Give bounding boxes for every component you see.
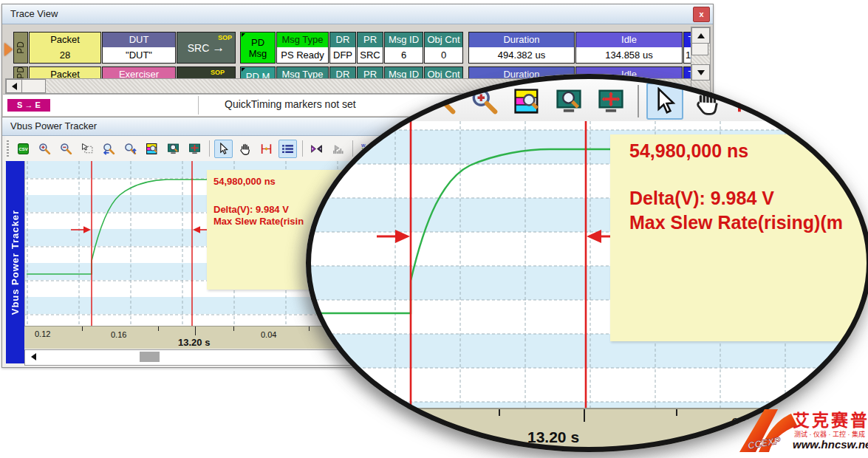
source-exerciser-badge[interactable]: S → E xyxy=(7,99,50,112)
lane-label: PD xyxy=(16,41,26,54)
zoom-in-button[interactable] xyxy=(35,140,54,158)
down-arrow-icon xyxy=(697,70,705,75)
zoom-window-button[interactable] xyxy=(78,140,97,158)
magnifier-lens: 54,980,000 ns Delta(V): 9.984 V Max Slew… xyxy=(306,74,868,452)
color-settings-button[interactable] xyxy=(143,140,161,158)
vbus-waveform-trace xyxy=(27,180,213,274)
left-arrow-icon xyxy=(31,353,36,360)
idle-header: Idle xyxy=(576,33,682,47)
pan-tool-button[interactable] xyxy=(236,140,254,158)
sop-role-cell[interactable]: SOP SNK xyxy=(177,66,236,79)
vendor-url[interactable]: www.hncsw.net xyxy=(793,438,868,451)
fit-screen-button[interactable] xyxy=(185,140,204,158)
scroll-left-button[interactable] xyxy=(27,351,40,363)
left-cursor-arrow-icon xyxy=(83,226,91,233)
select-tool-button[interactable] xyxy=(214,140,233,158)
toolbar-separator xyxy=(638,85,639,117)
zoom-vertical-button[interactable] xyxy=(121,140,140,158)
idle-column[interactable]: Idle134.858 us xyxy=(575,32,683,64)
vbus-sidebar[interactable]: Vbus Power Tracker xyxy=(6,161,24,363)
magnified-measurement-annotation: 54,980,000 ns Delta(V): 9.984 V Max Slew… xyxy=(610,134,868,341)
histogram-button[interactable] xyxy=(329,140,347,158)
msg-type-column[interactable]: Msg TypePS Ready xyxy=(276,32,329,64)
msg-id-header: Msg ID xyxy=(385,33,423,47)
device-column[interactable]: DUT"DUT" xyxy=(102,32,176,64)
scroll-thumb[interactable] xyxy=(21,79,46,93)
zoom-out-button[interactable] xyxy=(57,140,75,158)
duration-header: Duration xyxy=(469,33,574,47)
collapse-markers-button[interactable] xyxy=(307,140,326,158)
main-tick xyxy=(195,327,196,335)
right-cursor-arrow-icon xyxy=(193,226,200,233)
slew-rate-value: Max Slew Rate(risin xyxy=(213,216,304,227)
pd-msg-cell[interactable]: PD Msg xyxy=(240,32,276,64)
close-button[interactable]: x xyxy=(693,7,710,22)
packet-header: Packet xyxy=(30,33,100,47)
x-main-label: 13.20 s xyxy=(178,337,210,348)
up-arrow-icon xyxy=(697,33,705,38)
dr-column[interactable]: DRDFP xyxy=(329,32,356,64)
list-view-button[interactable] xyxy=(773,83,810,120)
trace-vertical-scrollbar[interactable] xyxy=(691,27,711,95)
pd-msg-cell[interactable]: PD M xyxy=(240,66,276,79)
select-tool-button[interactable] xyxy=(646,83,683,120)
msg-type-header: Msg Type xyxy=(277,33,328,47)
divider xyxy=(198,96,199,115)
scroll-left-button[interactable] xyxy=(6,79,22,93)
msg-type-value: PS Ready xyxy=(277,47,328,63)
sop-role-cell[interactable]: SOP SRC → xyxy=(177,32,236,64)
dr-column[interactable]: DR xyxy=(329,66,356,79)
duration-value: 494.382 us xyxy=(469,47,574,63)
screenshot-canvas: Trace View x PD Packet28 DUT"DUT" SOP SR… xyxy=(0,0,868,458)
scroll-thumb[interactable] xyxy=(691,43,708,55)
right-cursor-arrow-icon xyxy=(587,230,601,243)
color-settings-button[interactable] xyxy=(508,83,545,120)
device-header: DUT xyxy=(103,33,175,47)
device-value: "DUT" xyxy=(103,47,175,63)
trace-view-titlebar[interactable]: Trace View x xyxy=(2,4,713,24)
toolbar-separator xyxy=(818,85,819,117)
toolbar-grip[interactable] xyxy=(7,140,9,157)
duration-column[interactable]: Duration494.382 us xyxy=(468,32,575,64)
msg-type-column[interactable]: Msg Type xyxy=(276,66,329,79)
role-label: SRC xyxy=(188,42,210,54)
markers-tool-button[interactable] xyxy=(731,83,768,120)
toolbar-separator xyxy=(302,140,303,157)
msg-id-column[interactable]: Msg ID xyxy=(384,66,423,79)
packet-column[interactable]: Packet28 xyxy=(29,32,101,64)
obj-cnt-header: Obj Cnt xyxy=(425,33,462,47)
pr-column[interactable]: PRSRC xyxy=(357,32,383,64)
vbus-title: Vbus Power Tracker xyxy=(10,120,97,131)
cursor-delta-time: 54,980,000 ns xyxy=(213,176,276,187)
delta-v-value: Delta(V): 9.984 V xyxy=(213,204,289,215)
pr-column[interactable]: PR xyxy=(357,66,383,79)
obj-cnt-value: 0 xyxy=(425,47,462,63)
obj-cnt-column[interactable]: Obj Cnt xyxy=(424,66,463,79)
pr-header: PR xyxy=(358,33,383,47)
packet-column[interactable]: Packet xyxy=(29,66,101,79)
packet-row-1[interactable]: PD Packet28 DUT"DUT" SOP SRC → PD Msg Ms… xyxy=(13,32,700,64)
trace-view-title: Trace View xyxy=(10,8,58,19)
export-csv-button[interactable] xyxy=(14,140,33,158)
markers-tool-button[interactable] xyxy=(257,140,276,158)
left-cursor-arrow-icon xyxy=(395,230,410,243)
screen-zoom-button[interactable] xyxy=(550,83,587,120)
scroll-down-button[interactable] xyxy=(691,64,710,81)
pr-value: SRC xyxy=(358,47,383,63)
device-column[interactable]: Exerciser xyxy=(102,66,176,79)
list-view-button[interactable] xyxy=(278,140,297,158)
obj-cnt-column[interactable]: Obj Cnt0 xyxy=(424,32,463,64)
screen-zoom-button[interactable] xyxy=(164,140,182,158)
scroll-thumb[interactable] xyxy=(140,352,160,362)
x-tick-label: 0.16 xyxy=(111,330,126,339)
vendor-logo: CCEXP 艾克赛普 测试 · 仪器 · 工控 · 集成 www.hncsw.n… xyxy=(735,405,868,457)
lane-cell: PD xyxy=(13,32,28,64)
fit-screen-button[interactable] xyxy=(592,83,629,120)
zoom-horizontal-button[interactable] xyxy=(100,140,118,158)
msg-id-column[interactable]: Msg ID6 xyxy=(384,32,423,64)
vendor-name: 艾克赛普 xyxy=(793,406,868,431)
cursor-delta-time: 54,980,000 ns xyxy=(629,140,748,162)
sop-tag: SOP xyxy=(218,34,232,41)
x-tick-label: 0.04 xyxy=(261,330,276,339)
scroll-up-button[interactable] xyxy=(691,27,710,44)
